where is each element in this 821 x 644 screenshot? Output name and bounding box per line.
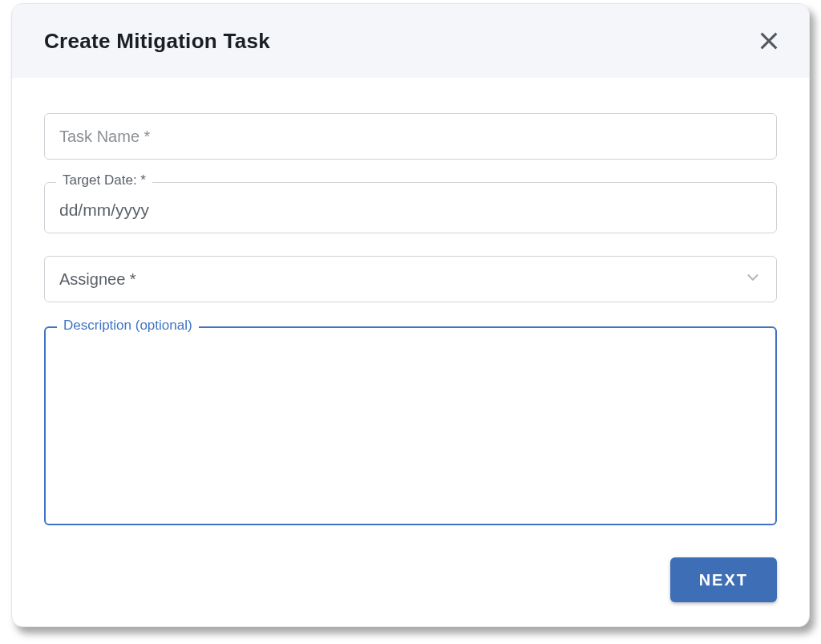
dialog-header: Create Mitigation Task: [12, 4, 809, 78]
description-label: Description (optional): [57, 318, 199, 332]
description-textarea[interactable]: [60, 342, 761, 509]
dialog-footer: NEXT: [12, 557, 809, 626]
assignee-placeholder: Assignee *: [59, 270, 744, 289]
target-date-label: Target Date: *: [56, 173, 152, 187]
assignee-select[interactable]: Assignee *: [44, 256, 777, 302]
dialog-body: Target Date: * dd/mm/yyyy Assignee * Des…: [12, 78, 809, 557]
task-name-input[interactable]: [44, 113, 777, 160]
next-button[interactable]: NEXT: [670, 557, 777, 602]
task-name-field: [44, 113, 777, 160]
dialog-title: Create Mitigation Task: [44, 29, 270, 54]
create-mitigation-task-dialog: Create Mitigation Task Target Date: * dd…: [11, 3, 810, 627]
description-field: Description (optional): [44, 326, 777, 525]
target-date-field[interactable]: Target Date: * dd/mm/yyyy: [44, 182, 777, 233]
close-button[interactable]: [753, 25, 785, 57]
chevron-down-icon: [744, 269, 762, 290]
close-icon: [758, 30, 780, 52]
target-date-value: dd/mm/yyyy: [59, 200, 762, 220]
